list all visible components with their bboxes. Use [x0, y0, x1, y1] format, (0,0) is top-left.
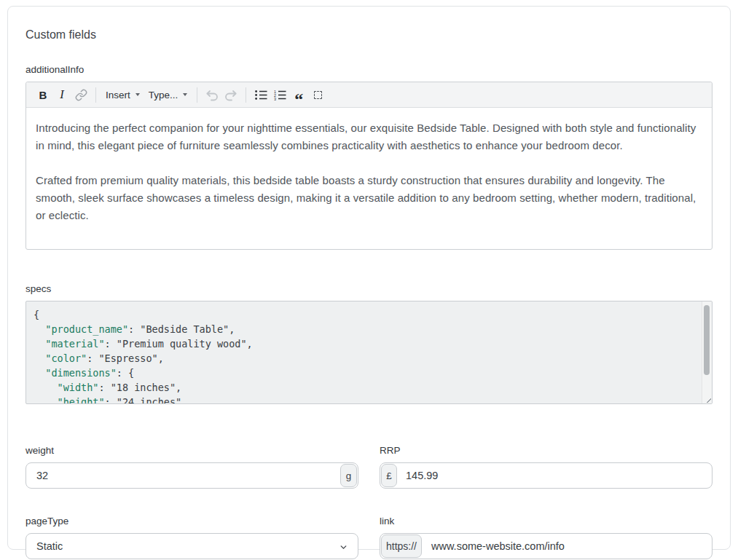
link-button[interactable] — [71, 85, 90, 104]
link-input-wrap: https:// — [380, 533, 713, 559]
bullet-list-icon — [255, 90, 267, 100]
toolbar-divider — [95, 87, 96, 103]
weight-label: weight — [25, 445, 358, 457]
redo-button[interactable] — [221, 85, 240, 104]
type-dropdown[interactable]: Type... — [144, 85, 192, 104]
chevron-down-icon — [183, 93, 187, 96]
undo-icon — [205, 88, 219, 101]
insert-dropdown[interactable]: Insert — [101, 85, 144, 104]
undo-button[interactable] — [203, 85, 221, 104]
rrp-label: RRP — [380, 445, 713, 457]
page-type-field-group: pageType Static — [25, 516, 358, 559]
svg-text:3: 3 — [274, 97, 276, 100]
toolbar-divider — [246, 87, 246, 103]
weight-unit-addon: g — [340, 464, 357, 487]
rrp-input-wrap: £ — [380, 462, 713, 489]
paragraph: Introducing the perfect companion for yo… — [36, 119, 702, 154]
link-label: link — [380, 516, 713, 527]
type-dropdown-label: Type... — [149, 90, 178, 100]
page-type-selected-value: Static — [26, 540, 63, 552]
redo-icon — [224, 88, 238, 101]
scrollbar-thumb[interactable] — [704, 305, 710, 375]
bold-button[interactable]: B — [34, 85, 52, 104]
link-input[interactable] — [380, 534, 712, 559]
specs-label: specs — [25, 283, 713, 295]
chevron-down-icon — [339, 543, 348, 552]
link-protocol-addon: https:// — [381, 535, 422, 558]
weight-input[interactable] — [26, 463, 358, 488]
scrollbar-track[interactable] — [702, 301, 712, 403]
blockquote-button[interactable]: “ — [289, 85, 308, 104]
rrp-currency-addon: £ — [381, 464, 397, 487]
numbered-list-icon: 1 2 3 — [274, 90, 286, 100]
blockquote-icon: “ — [294, 87, 303, 103]
rich-text-content[interactable]: Introducing the perfect companion for yo… — [26, 108, 712, 249]
weight-field-group: weight g — [25, 445, 358, 489]
rrp-input[interactable] — [380, 463, 712, 488]
insert-dropdown-label: Insert — [106, 90, 130, 100]
page-type-label: pageType — [25, 516, 358, 527]
specs-code-editor[interactable]: { "product_name": "Bedside Table", "mate… — [25, 301, 713, 404]
custom-fields-panel: Custom fields additionalInfo B I Insert … — [7, 6, 731, 550]
visual-blocks-button[interactable] — [308, 85, 327, 104]
paragraph: Crafted from premium quality materials, … — [36, 172, 702, 224]
rich-text-editor: B I Insert Type... — [25, 82, 713, 250]
fields-row-2: pageType Static link https:// — [25, 516, 713, 559]
bullet-list-button[interactable] — [251, 85, 270, 104]
italic-button[interactable]: I — [52, 85, 71, 104]
panel-title: Custom fields — [25, 28, 713, 42]
page-type-select[interactable]: Static — [25, 533, 358, 559]
editor-toolbar: B I Insert Type... — [26, 82, 712, 108]
chevron-down-icon — [136, 93, 140, 96]
toolbar-divider — [197, 87, 197, 103]
link-field-group: link https:// — [380, 516, 713, 559]
link-icon — [75, 89, 87, 101]
specs-code[interactable]: { "product_name": "Bedside Table", "mate… — [26, 301, 702, 403]
fields-row-1: weight g RRP £ — [25, 445, 713, 489]
weight-input-wrap: g — [25, 462, 358, 489]
numbered-list-button[interactable]: 1 2 3 — [270, 85, 289, 104]
additional-info-label: additionalInfo — [25, 64, 713, 76]
rrp-field-group: RRP £ — [380, 445, 713, 489]
visual-blocks-icon — [314, 91, 322, 99]
